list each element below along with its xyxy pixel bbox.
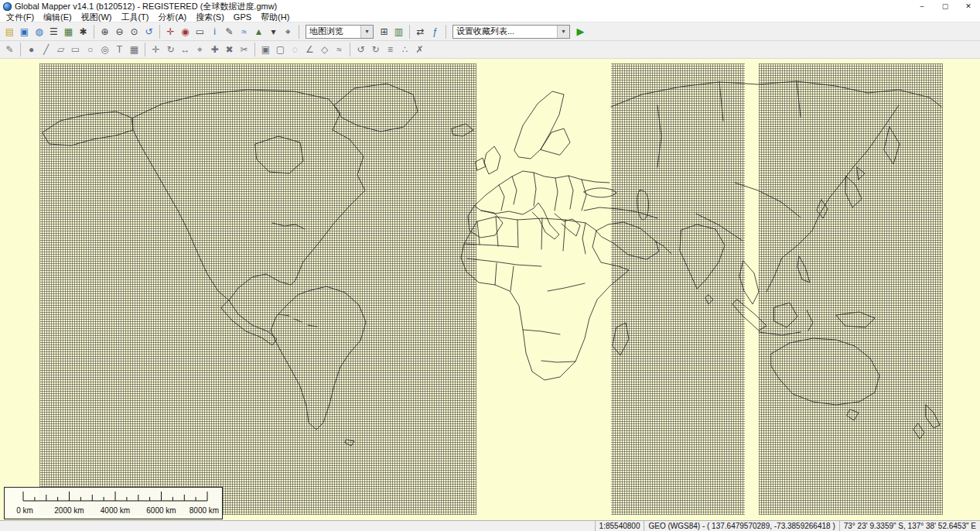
attributes-icon[interactable]: ≡	[383, 42, 398, 57]
create-circle-icon[interactable]: ○	[83, 42, 97, 57]
vertex-edit-icon[interactable]: ∴	[398, 42, 412, 57]
scale-bar-ruler: 0 km 2000 km 4000 km 6000 km 8000 km	[5, 488, 222, 519]
cut-area-icon[interactable]: ✂	[237, 42, 251, 57]
favorites-combo[interactable]: 设置收藏列表... ▾	[452, 25, 570, 39]
move-feature-icon[interactable]: ✛	[149, 42, 163, 57]
map-area[interactable]: 0 km 2000 km 4000 km 6000 km 8000 km	[0, 59, 980, 520]
feature-info-icon[interactable]: i	[207, 24, 222, 39]
status-scale: 1:85540800	[595, 521, 644, 531]
toolbar-separator	[94, 25, 94, 39]
scale-label-6000: 6000 km	[146, 506, 176, 515]
zoom-tool-icon[interactable]: ◉	[178, 24, 193, 39]
zoom-full-icon[interactable]: ⊙	[127, 24, 142, 39]
menu-bar: 文件(F) 编辑(E) 视图(W) 工具(T) 分析(A) 搜索(S) GPS …	[0, 12, 980, 22]
crop-area-icon[interactable]: ▢	[273, 42, 288, 57]
zoom-out-icon[interactable]: ⊖	[112, 24, 127, 39]
buffer-icon[interactable]: ◌	[288, 42, 302, 57]
combine-areas-icon[interactable]: ▣	[258, 42, 273, 57]
menu-item-file[interactable]: 文件(F)	[2, 12, 39, 22]
favorites-combo-value: 设置收藏列表...	[453, 26, 557, 37]
toolbar-separator	[350, 43, 350, 57]
menu-item-edit[interactable]: 编辑(E)	[39, 12, 77, 22]
create-range-rings-icon[interactable]: ◎	[97, 42, 112, 57]
view-3d-icon[interactable]: ▲	[251, 24, 266, 39]
create-line-icon[interactable]: ╱	[39, 42, 53, 57]
snap-vertex-icon[interactable]: ⌖	[193, 42, 207, 57]
online-data-icon[interactable]: ◍	[32, 24, 46, 39]
scale-label-8000: 8000 km	[190, 506, 219, 515]
toolbar-separator	[409, 25, 410, 39]
toolbar-separator	[299, 25, 299, 39]
menu-item-search[interactable]: 搜索(S)	[191, 12, 229, 22]
status-bar: 1:85540800 GEO (WGS84) - ( 137.647957028…	[0, 520, 980, 531]
run-favorite-button[interactable]: ▶	[573, 24, 588, 39]
delete-vertex-icon[interactable]: ✖	[222, 42, 237, 57]
undo-edit-icon[interactable]: ↺	[353, 42, 368, 57]
script-icon[interactable]: ƒ	[428, 24, 442, 39]
create-grid-icon[interactable]: ▦	[127, 42, 142, 57]
scale-feature-icon[interactable]: ↔	[178, 42, 193, 57]
save-icon[interactable]: ▣	[17, 24, 32, 39]
map-view-combo-value: 地图浏览	[306, 26, 360, 37]
toolbar-separator	[20, 43, 21, 57]
chevron-down-icon[interactable]: ▾	[266, 24, 281, 39]
overlay-options-icon[interactable]: ▦	[61, 24, 76, 39]
map-view-combo[interactable]: 地图浏览 ▾	[306, 25, 374, 39]
create-area-icon[interactable]: ▱	[53, 42, 68, 57]
profile-tool-icon[interactable]: ≈	[332, 42, 347, 57]
delete-feature-icon[interactable]: ✗	[412, 42, 427, 57]
grid-coverage-band-central	[611, 63, 745, 515]
close-button[interactable]: ✕	[957, 0, 980, 12]
chevron-down-icon[interactable]: ▾	[360, 26, 373, 38]
insert-vertex-icon[interactable]: ✚	[207, 42, 222, 57]
open-file-icon[interactable]: ▤	[2, 24, 17, 39]
scale-label-4000: 4000 km	[101, 506, 130, 515]
search-icon[interactable]: ⌖	[281, 24, 295, 39]
angle-measure-icon[interactable]: ∠	[302, 42, 317, 57]
rotate-feature-icon[interactable]: ↻	[163, 42, 178, 57]
create-point-icon[interactable]: ●	[24, 42, 39, 57]
world-map[interactable]	[0, 59, 980, 520]
menu-item-tools[interactable]: 工具(T)	[116, 12, 153, 22]
menu-item-help[interactable]: 帮助(H)	[256, 12, 294, 22]
menu-item-view[interactable]: 视图(W)	[77, 12, 117, 22]
toolbar-separator	[159, 25, 160, 39]
pan-tool-icon[interactable]: ✛	[163, 24, 178, 39]
create-text-icon[interactable]: T	[112, 42, 127, 57]
new-map-view-icon[interactable]: ⊞	[377, 24, 391, 39]
scale-label-2000: 2000 km	[54, 506, 84, 515]
toolbar-separator	[254, 43, 255, 57]
edit-features-icon[interactable]: ✎	[2, 42, 17, 57]
status-position: 73° 23' 9.3359" S, 137° 38' 52.6453" E	[839, 521, 980, 531]
window-controls: – ▢ ✕	[910, 0, 980, 12]
window-title: Global Mapper v14.1 (b120512) - REGISTER…	[15, 1, 277, 12]
redo-edit-icon[interactable]: ↻	[368, 42, 383, 57]
area-measure-icon[interactable]: ◇	[317, 42, 332, 57]
title-bar: Global Mapper v14.1 (b120512) - REGISTER…	[0, 0, 980, 12]
scale-bar: 0 km 2000 km 4000 km 6000 km 8000 km	[4, 487, 223, 519]
maximize-button[interactable]: ▢	[934, 0, 957, 12]
app-icon	[3, 2, 12, 11]
chevron-down-icon[interactable]: ▾	[557, 26, 569, 38]
toolbar-separator	[446, 25, 446, 39]
digitizer-tool-icon[interactable]: ✎	[222, 24, 237, 39]
path-profile-icon[interactable]: ≈	[237, 24, 251, 39]
digitizer-toolbar: ✎ ● ╱ ▱ ▭ ○ ◎ T ▦ ✛ ↻ ↔ ⌖ ✚ ✖ ✂ ▣ ▢ ◌ ∠ …	[0, 41, 980, 59]
map-layout-icon[interactable]: ▥	[391, 24, 406, 39]
menu-item-gps[interactable]: GPS	[229, 12, 256, 22]
toolbar-separator	[145, 43, 145, 57]
scale-label-0: 0 km	[16, 506, 33, 515]
measure-tool-icon[interactable]: ▭	[193, 24, 207, 39]
minimize-button[interactable]: –	[910, 0, 934, 12]
grid-coverage-band-east	[759, 63, 943, 515]
configuration-icon[interactable]: ✱	[76, 24, 90, 39]
status-projection: GEO (WGS84) - ( 137.6479570289, -73.3859…	[644, 521, 838, 531]
zoom-in-icon[interactable]: ⊕	[97, 24, 112, 39]
coordinate-converter-icon[interactable]: ⇄	[413, 24, 428, 39]
grid-coverage-band-west	[39, 63, 476, 515]
zoom-last-icon[interactable]: ↺	[142, 24, 156, 39]
menu-item-analysis[interactable]: 分析(A)	[153, 12, 191, 22]
create-rectangle-icon[interactable]: ▭	[68, 42, 83, 57]
control-center-icon[interactable]: ☰	[46, 24, 61, 39]
global-mapper-window: Global Mapper v14.1 (b120512) - REGISTER…	[0, 0, 980, 531]
